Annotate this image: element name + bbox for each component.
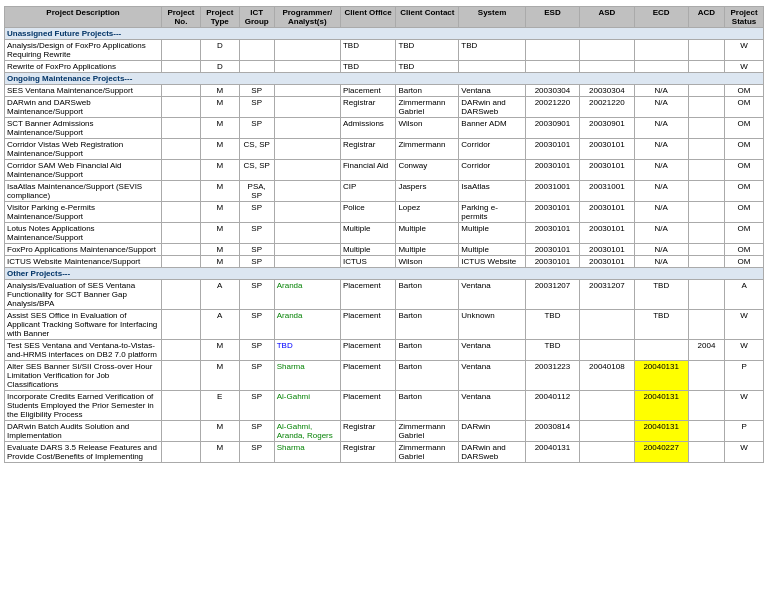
table-cell: 2004 (688, 340, 724, 361)
table-cell: Wilson (396, 256, 459, 268)
table-cell: 20021220 (525, 97, 579, 118)
table-cell: 20021220 (580, 97, 634, 118)
table-cell: OM (725, 160, 764, 181)
table-cell: Parking e-permits (459, 202, 525, 223)
table-cell (162, 310, 201, 340)
table-cell: IsaAtlas (459, 181, 525, 202)
table-cell (274, 256, 340, 268)
table-cell: M (200, 256, 239, 268)
table-cell: M (200, 85, 239, 97)
table-cell: SP (239, 442, 274, 463)
table-cell: SP (239, 280, 274, 310)
table-cell: A (200, 310, 239, 340)
table-row: SCT Banner Admissions Maintenance/Suppor… (5, 118, 764, 139)
table-cell: SP (239, 310, 274, 340)
table-cell: 20031223 (525, 361, 579, 391)
table-cell: 20030101 (580, 256, 634, 268)
table-cell: SES Ventana Maintenance/Support (5, 85, 162, 97)
table-cell: TBD (340, 61, 395, 73)
table-cell: Barton (396, 85, 459, 97)
table-cell: ICTUS (340, 256, 395, 268)
table-cell: SP (239, 361, 274, 391)
table-cell: 20030101 (580, 160, 634, 181)
table-cell (688, 160, 724, 181)
table-cell: SP (239, 340, 274, 361)
table-cell: 20040108 (580, 361, 634, 391)
table-cell: N/A (634, 85, 688, 97)
table-cell: M (200, 181, 239, 202)
table-cell (688, 118, 724, 139)
table-row: SES Ventana Maintenance/SupportMSPPlacem… (5, 85, 764, 97)
table-cell: Lotus Notes Applications Maintenance/Sup… (5, 223, 162, 244)
table-cell: Barton (396, 280, 459, 310)
table-cell: IsaAtlas Maintenance/Support (SEVIS comp… (5, 181, 162, 202)
section-header: Ongoing Maintenance Projects--- (5, 73, 764, 85)
table-cell (688, 85, 724, 97)
table-cell: Admissions (340, 118, 395, 139)
table-cell (688, 181, 724, 202)
table-cell (274, 85, 340, 97)
col-header-acd: ACD (688, 7, 724, 28)
table-cell: Corridor (459, 139, 525, 160)
table-cell: Conway (396, 160, 459, 181)
table-cell: Barton (396, 391, 459, 421)
table-cell (162, 202, 201, 223)
table-row: DARwin Batch Audits Solution and Impleme… (5, 421, 764, 442)
table-cell: Ventana (459, 280, 525, 310)
table-cell (162, 280, 201, 310)
table-cell: Incorporate Credits Earned Verification … (5, 391, 162, 421)
table-cell: Corridor SAM Web Financial Aid Maintenan… (5, 160, 162, 181)
table-cell: 20030101 (525, 223, 579, 244)
table-cell: Barton (396, 361, 459, 391)
table-cell: 20030304 (580, 85, 634, 97)
table-cell: Al-Gahmi, Aranda, Rogers (274, 421, 340, 442)
table-cell: 20030814 (525, 421, 579, 442)
table-cell (239, 61, 274, 73)
table-cell: TBD (274, 340, 340, 361)
table-cell: 20030101 (580, 139, 634, 160)
table-cell: Sharma (274, 361, 340, 391)
main-container: Project Description Project No. Project … (0, 0, 768, 467)
table-cell (274, 118, 340, 139)
table-cell: Zimmermann Gabriel (396, 97, 459, 118)
table-cell (162, 97, 201, 118)
table-row: Test SES Ventana and Ventana-to-Vistas-a… (5, 340, 764, 361)
table-cell: Barton (396, 310, 459, 340)
table-cell: 20040131 (634, 361, 688, 391)
table-cell: Ventana (459, 85, 525, 97)
table-cell: Zimmermann Gabriel (396, 421, 459, 442)
table-cell: TBD (525, 310, 579, 340)
table-cell: 20040131 (634, 421, 688, 442)
table-cell (634, 40, 688, 61)
table-cell: Police (340, 202, 395, 223)
table-cell: E (200, 391, 239, 421)
table-cell: M (200, 97, 239, 118)
table-cell: Corridor (459, 160, 525, 181)
table-cell: TBD (340, 40, 395, 61)
table-cell (688, 202, 724, 223)
table-cell: PSA, SP (239, 181, 274, 202)
table-cell: Placement (340, 280, 395, 310)
table-cell (162, 361, 201, 391)
table-cell (525, 40, 579, 61)
table-cell (162, 40, 201, 61)
table-cell: OM (725, 202, 764, 223)
table-cell: Analysis/Evaluation of SES Ventana Funct… (5, 280, 162, 310)
table-cell: D (200, 40, 239, 61)
table-row: ICTUS Website Maintenance/SupportMSPICTU… (5, 256, 764, 268)
table-cell: W (725, 310, 764, 340)
table-row: Analysis/Design of FoxPro Applications R… (5, 40, 764, 61)
table-cell: FoxPro Applications Maintenance/Support (5, 244, 162, 256)
table-cell: Multiple (396, 223, 459, 244)
table-cell: CS, SP (239, 139, 274, 160)
table-cell: DARwin and DARSweb (459, 442, 525, 463)
table-cell: 20030101 (525, 202, 579, 223)
table-cell (580, 421, 634, 442)
table-cell: M (200, 118, 239, 139)
table-cell: N/A (634, 223, 688, 244)
table-cell: M (200, 361, 239, 391)
table-cell (274, 61, 340, 73)
table-cell: W (725, 340, 764, 361)
table-cell: SP (239, 97, 274, 118)
table-row: IsaAtlas Maintenance/Support (SEVIS comp… (5, 181, 764, 202)
